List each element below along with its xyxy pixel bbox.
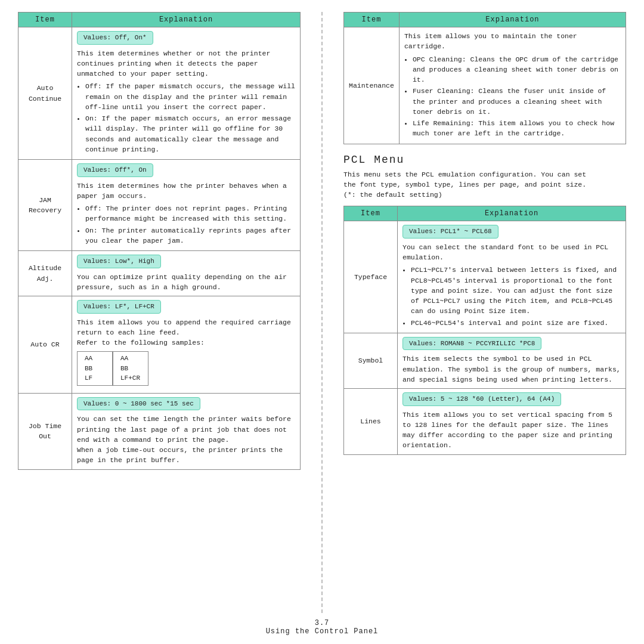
sample-lf-aa: AA xyxy=(85,355,92,362)
badge-altitude-adj: Values: Low*, High xyxy=(77,255,161,268)
columns: Item Explanation AutoContinue Values: Of… xyxy=(18,12,626,613)
table-row: Typeface Values: PCL1* ~ PCL68 You can s… xyxy=(344,221,626,333)
sample-box: AA BB LF AA BB LF+CR xyxy=(77,351,295,386)
item-lines: Lines xyxy=(344,389,398,455)
item-jam-recovery: JAM Recovery xyxy=(18,160,72,251)
page-number: 3.7 xyxy=(315,619,330,627)
explanation-job-timeout: Values: 0 ~ 1800 sec *15 sec You can set… xyxy=(72,393,301,469)
sample-lfcr: AA BB LF+CR xyxy=(113,351,148,386)
sample-lfcr-aa: AA xyxy=(120,355,128,362)
explanation-symbol: Values: ROMAN8 ~ PCCYRILLIC *PC8 This it… xyxy=(398,333,626,388)
right-col: Item Explanation Maintenance This item a… xyxy=(343,12,626,613)
footer: 3.7 Using the Control Panel xyxy=(18,613,626,638)
table-row: Altitude Adj. Values: Low*, High You can… xyxy=(18,251,301,296)
explanation-lines: Values: 5 ~ 128 *60 (Letter), 64 (A4) Th… xyxy=(398,389,626,455)
explanation-altitude-adj: Values: Low*, High You can optimize prin… xyxy=(72,251,301,296)
left-header-item: Item xyxy=(18,13,72,27)
badge-auto-cr: Values: LF*, LF+CR xyxy=(77,300,161,314)
text-typeface: You can select the standard font to be u… xyxy=(402,242,621,328)
left-col: Item Explanation AutoContinue Values: Of… xyxy=(18,12,301,613)
badge-job-timeout: Values: 0 ~ 1800 sec *15 sec xyxy=(77,397,200,411)
badge-symbol: Values: ROMAN8 ~ PCCYRILLIC *PC8 xyxy=(402,337,541,351)
text-job-timeout: You can set the time length the printer … xyxy=(77,414,295,465)
left-table: Item Explanation AutoContinue Values: Of… xyxy=(18,12,301,470)
sample-lf: AA BB LF xyxy=(77,351,113,386)
table-row: Job Time Out Values: 0 ~ 1800 sec *15 se… xyxy=(18,393,301,469)
text-maintenance: This item allows you to maintain the ton… xyxy=(404,31,621,139)
explanation-typeface: Values: PCL1* ~ PCL68 You can select the… xyxy=(398,221,626,333)
pcl-menu-intro: This menu sets the PCL emulation configu… xyxy=(343,169,626,200)
sample-lfcr-bb: BB xyxy=(120,365,128,372)
sample-lfcr-lfcr: LF+CR xyxy=(120,374,140,382)
pcl-header-item: Item xyxy=(344,206,398,221)
text-auto-cr: This item allows you to append the requi… xyxy=(77,317,295,348)
table-row: JAM Recovery Values: Off*, On This item … xyxy=(18,160,301,251)
table-row: Symbol Values: ROMAN8 ~ PCCYRILLIC *PC8 … xyxy=(344,333,626,388)
text-lines: This item allows you to set vertical spa… xyxy=(402,410,621,451)
right-table-top: Item Explanation Maintenance This item a… xyxy=(343,12,626,144)
text-auto-continue: This item determines whether or not the … xyxy=(77,48,295,155)
table-row: Auto CR Values: LF*, LF+CR This item all… xyxy=(18,296,301,394)
explanation-jam-recovery: Values: Off*, On This item determines ho… xyxy=(72,160,301,251)
badge-auto-continue: Values: Off, On* xyxy=(77,31,153,45)
explanation-auto-cr: Values: LF*, LF+CR This item allows you … xyxy=(72,296,301,394)
table-row: Lines Values: 5 ~ 128 *60 (Letter), 64 (… xyxy=(344,389,626,455)
footer-label: Using the Control Panel xyxy=(266,627,379,636)
item-job-timeout: Job Time Out xyxy=(18,393,72,469)
item-auto-continue: AutoContinue xyxy=(18,27,72,160)
item-symbol: Symbol xyxy=(344,333,398,388)
item-typeface: Typeface xyxy=(344,221,398,333)
text-symbol: This item selects the symbol to be used … xyxy=(402,354,621,385)
explanation-maintenance: This item allows you to maintain the ton… xyxy=(399,27,626,144)
column-divider xyxy=(321,12,323,613)
pcl-table: Item Explanation Typeface Values: PCL1* … xyxy=(343,206,626,454)
text-altitude-adj: You can optimize print quality depending… xyxy=(77,272,295,293)
sample-lf-lf: LF xyxy=(85,374,92,382)
page-wrapper: Item Explanation AutoContinue Values: Of… xyxy=(0,0,644,644)
item-maintenance: Maintenance xyxy=(344,27,400,144)
item-altitude-adj: Altitude Adj. xyxy=(18,251,72,296)
pcl-header-explanation: Explanation xyxy=(398,206,626,221)
text-jam-recovery: This item determines how the printer beh… xyxy=(77,181,295,246)
pcl-section: PCL Menu This menu sets the PCL emulatio… xyxy=(343,154,626,455)
right-header-explanation: Explanation xyxy=(399,13,626,27)
left-header-explanation: Explanation xyxy=(72,13,301,27)
explanation-auto-continue: Values: Off, On* This item determines wh… xyxy=(72,27,301,160)
pcl-menu-title: PCL Menu xyxy=(343,154,626,166)
badge-lines: Values: 5 ~ 128 *60 (Letter), 64 (A4) xyxy=(402,392,561,406)
badge-typeface: Values: PCL1* ~ PCL68 xyxy=(402,225,499,239)
item-auto-cr: Auto CR xyxy=(18,296,72,394)
table-row: Maintenance This item allows you to main… xyxy=(344,27,626,144)
table-row: AutoContinue Values: Off, On* This item … xyxy=(18,27,301,160)
badge-jam-recovery: Values: Off*, On xyxy=(77,163,153,177)
sample-lf-bb: BB xyxy=(85,365,92,372)
right-header-item: Item xyxy=(344,13,400,27)
